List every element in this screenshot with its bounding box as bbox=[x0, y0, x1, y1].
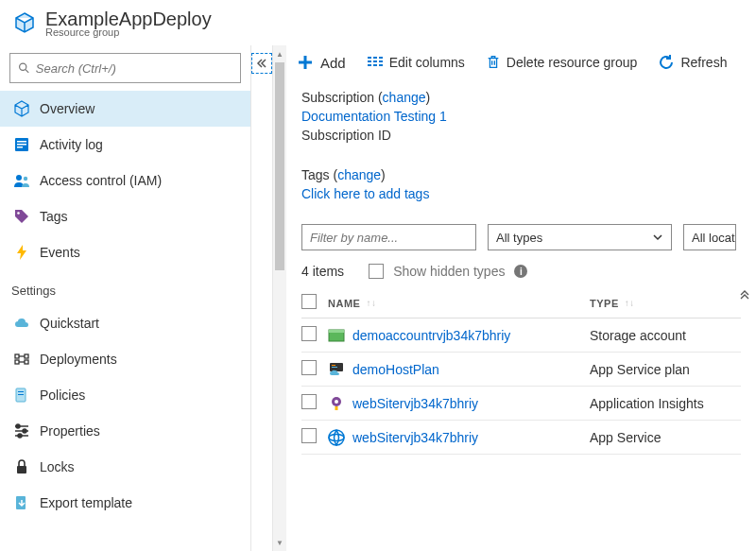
nav-events[interactable]: Events bbox=[0, 234, 250, 270]
sidebar: Overview Activity log Access control (IA… bbox=[0, 45, 250, 551]
filter-name-input[interactable] bbox=[301, 224, 476, 250]
subscription-change-link[interactable]: change bbox=[383, 90, 426, 105]
log-icon bbox=[13, 136, 30, 153]
table-row[interactable]: demoHostPlan App Service plan bbox=[301, 353, 741, 387]
row-checkbox[interactable] bbox=[301, 428, 317, 443]
chevron-down-icon bbox=[652, 232, 663, 243]
iam-icon bbox=[13, 172, 30, 189]
export-icon bbox=[13, 494, 30, 511]
nav-label: Tags bbox=[40, 209, 68, 224]
col-name[interactable]: NAME↑↓ bbox=[328, 298, 590, 309]
sort-icon: ↑↓ bbox=[366, 301, 376, 305]
search-input[interactable] bbox=[36, 61, 232, 76]
plus-icon bbox=[296, 53, 315, 72]
svg-rect-33 bbox=[379, 60, 383, 62]
svg-rect-9 bbox=[15, 354, 19, 358]
nav-access-control[interactable]: Access control (IAM) bbox=[0, 163, 250, 198]
subscription-label: Subscription bbox=[301, 90, 374, 105]
svg-rect-29 bbox=[373, 57, 377, 59]
nav-tags[interactable]: Tags bbox=[0, 198, 250, 234]
svg-rect-39 bbox=[332, 367, 337, 368]
resource-group-icon bbox=[13, 11, 36, 34]
add-button[interactable]: Add bbox=[296, 53, 346, 72]
deploy-icon bbox=[13, 351, 30, 368]
row-checkbox[interactable] bbox=[301, 326, 317, 341]
resource-link[interactable]: demoHostPlan bbox=[352, 362, 439, 377]
nav-label: Deployments bbox=[40, 352, 117, 367]
nav-deployments[interactable]: Deployments bbox=[0, 341, 250, 377]
filter-locations-dropdown[interactable]: All locations bbox=[683, 224, 736, 250]
svg-rect-30 bbox=[373, 60, 377, 62]
resource-link[interactable]: webSitervjb34k7bhriy bbox=[352, 396, 478, 411]
nav-label: Access control (IAM) bbox=[40, 173, 162, 188]
svg-rect-24 bbox=[17, 466, 26, 474]
chevron-up-double-icon bbox=[739, 289, 750, 301]
scrollbar-thumb[interactable] bbox=[275, 62, 284, 270]
filters-row: All types All locations bbox=[286, 211, 756, 260]
nav-label: Overview bbox=[40, 101, 94, 116]
svg-rect-12 bbox=[25, 360, 28, 364]
show-hidden-checkbox[interactable] bbox=[369, 264, 384, 279]
svg-point-23 bbox=[18, 434, 22, 438]
row-checkbox[interactable] bbox=[301, 360, 317, 375]
nav-activity-log[interactable]: Activity log bbox=[0, 127, 250, 163]
svg-point-8 bbox=[17, 212, 20, 215]
nav-properties[interactable]: Properties bbox=[0, 413, 250, 449]
delete-button[interactable]: Delete resource group bbox=[486, 55, 638, 70]
tags-change-link[interactable]: change bbox=[337, 167, 381, 182]
collapse-sidebar-button[interactable] bbox=[251, 53, 272, 74]
item-count: 4 items bbox=[301, 264, 344, 279]
nav-export-template[interactable]: Export template bbox=[0, 485, 250, 521]
collapse-info-button[interactable] bbox=[739, 289, 750, 302]
show-hidden-label: Show hidden types bbox=[393, 264, 505, 279]
resource-link[interactable]: demoaccountrvjb34k7bhriy bbox=[352, 328, 510, 343]
nav-locks[interactable]: Locks bbox=[0, 449, 250, 485]
col-type[interactable]: TYPE↑↓ bbox=[590, 298, 741, 309]
sidebar-search[interactable] bbox=[9, 53, 241, 83]
svg-rect-41 bbox=[335, 406, 338, 410]
svg-rect-26 bbox=[368, 57, 371, 59]
subscription-name-link[interactable]: Documentation Testing 1 bbox=[301, 109, 447, 124]
nav-policies[interactable]: Policies bbox=[0, 377, 250, 413]
select-all-checkbox[interactable] bbox=[301, 294, 317, 309]
nav-overview[interactable]: Overview bbox=[0, 91, 250, 127]
table-row[interactable]: demoaccountrvjb34k7bhriy Storage account bbox=[301, 319, 741, 353]
nav-label: Quickstart bbox=[40, 316, 99, 331]
resource-link[interactable]: webSitervjb34k7bhriy bbox=[352, 430, 478, 445]
edit-columns-button[interactable]: Edit columns bbox=[367, 54, 465, 71]
tags-label: Tags bbox=[301, 167, 330, 182]
nav-label: Events bbox=[40, 245, 80, 260]
svg-point-22 bbox=[23, 429, 26, 433]
nav-label: Locks bbox=[40, 459, 75, 474]
row-checkbox[interactable] bbox=[301, 394, 317, 409]
appservice-icon bbox=[328, 429, 345, 446]
table-row[interactable]: webSitervjb34k7bhriy App Service bbox=[301, 421, 741, 455]
nav-section-settings: Settings bbox=[0, 270, 250, 305]
resource-type: Application Insights bbox=[590, 396, 741, 411]
sidebar-scrollbar[interactable]: ▲ ▼ bbox=[273, 45, 286, 551]
storage-icon bbox=[328, 327, 345, 344]
scroll-up-icon[interactable]: ▲ bbox=[273, 45, 286, 62]
svg-point-43 bbox=[329, 430, 344, 445]
insights-icon bbox=[328, 395, 345, 412]
svg-rect-28 bbox=[368, 64, 371, 66]
scroll-down-icon[interactable]: ▼ bbox=[273, 534, 286, 551]
trash-icon bbox=[486, 55, 501, 70]
nav: Overview Activity log Access control (IA… bbox=[0, 91, 250, 521]
svg-point-42 bbox=[335, 400, 338, 404]
svg-rect-4 bbox=[17, 144, 26, 146]
svg-point-44 bbox=[329, 434, 344, 440]
filter-types-dropdown[interactable]: All types bbox=[488, 224, 672, 250]
resources-table: NAME↑↓ TYPE↑↓ demoaccountrvjb34k7bhriy S… bbox=[286, 288, 756, 455]
svg-point-7 bbox=[24, 177, 27, 181]
refresh-button[interactable]: Refresh bbox=[658, 54, 727, 71]
info-icon[interactable]: i bbox=[514, 265, 527, 278]
search-icon bbox=[18, 61, 30, 75]
svg-rect-5 bbox=[17, 146, 23, 148]
table-row[interactable]: webSitervjb34k7bhriy Application Insight… bbox=[301, 387, 741, 421]
subscription-id-label: Subscription ID bbox=[301, 128, 741, 143]
nav-quickstart[interactable]: Quickstart bbox=[0, 305, 250, 341]
props-icon bbox=[13, 422, 30, 439]
tag-icon bbox=[13, 208, 30, 225]
add-tags-link[interactable]: Click here to add tags bbox=[301, 186, 429, 201]
